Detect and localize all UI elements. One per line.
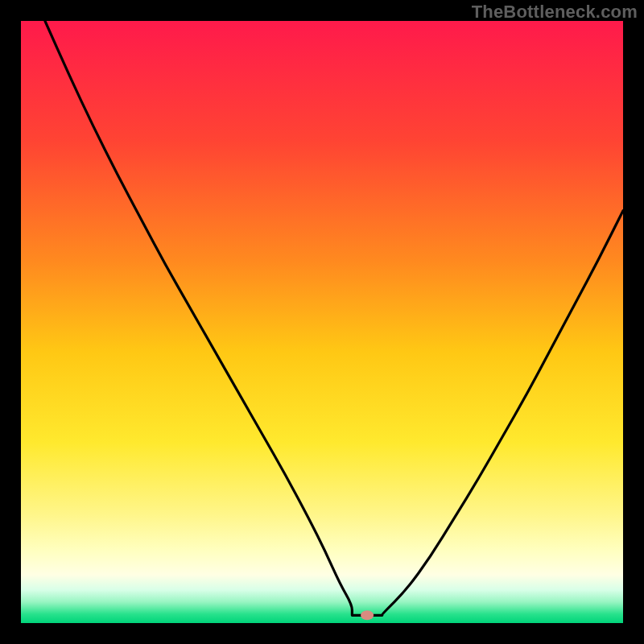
plot-area xyxy=(21,21,623,623)
chart-svg xyxy=(21,21,623,623)
attribution-text: TheBottleneck.com xyxy=(472,2,638,23)
chart-frame: TheBottleneck.com xyxy=(0,0,644,644)
gradient-background xyxy=(21,21,623,623)
optimum-marker xyxy=(361,610,374,620)
